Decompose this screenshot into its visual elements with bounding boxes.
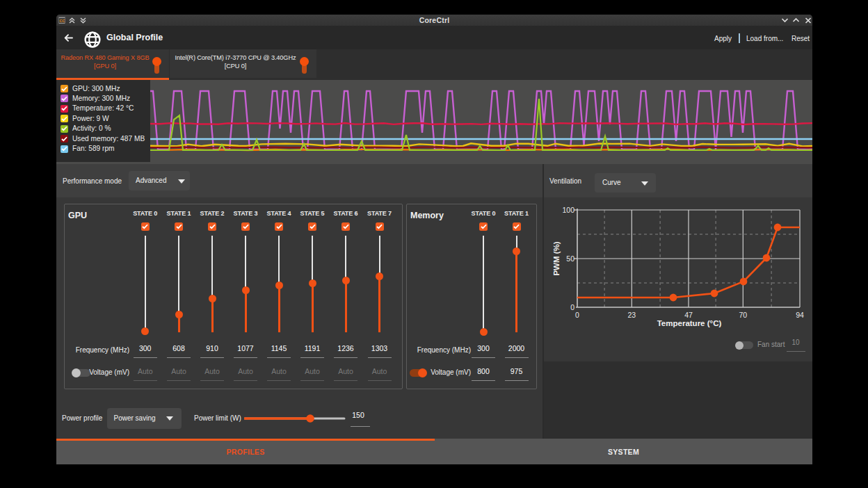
svg-text:50: 50 — [566, 254, 574, 263]
svg-text:Temperature (°C): Temperature (°C) — [657, 319, 722, 327]
svg-text:100: 100 — [562, 206, 574, 214]
svg-text:PWM (%): PWM (%) — [552, 241, 561, 275]
svg-text:0: 0 — [570, 303, 574, 311]
svg-text:47: 47 — [684, 311, 693, 319]
svg-text:23: 23 — [627, 311, 636, 319]
svg-text:94: 94 — [796, 311, 804, 319]
svg-text:0: 0 — [575, 311, 579, 319]
svg-text:70: 70 — [739, 311, 747, 319]
